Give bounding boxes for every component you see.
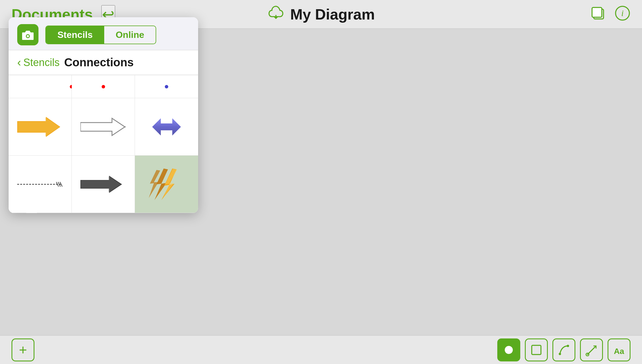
stencil-cell-dark-arrow[interactable] (72, 156, 135, 213)
stencils-online-toggle: Stencils Online (45, 26, 156, 44)
toolbar-left: + (11, 338, 34, 361)
back-chevron-icon: ‹ (17, 56, 21, 69)
svg-marker-18 (80, 118, 125, 135)
stencil-cell-dashed-line[interactable] (9, 156, 72, 213)
popover-top: Stencils Online (9, 17, 198, 50)
header-center: My Diagram (218, 4, 424, 25)
lightning-icon (141, 167, 192, 202)
toolbar-right: Aa (497, 338, 631, 361)
stencils-popover: Stencils Online ‹ Stencils Connections (9, 17, 198, 213)
svg-point-7 (508, 349, 510, 351)
diagram-title: My Diagram (290, 6, 375, 23)
header-right: i (424, 5, 631, 24)
text-tool-button[interactable]: Aa (608, 338, 631, 361)
svg-marker-20 (152, 118, 181, 135)
yellow-arrow-icon (17, 115, 63, 138)
stencil-grid (9, 75, 198, 213)
add-shape-button[interactable]: + (11, 338, 34, 361)
svg-point-10 (567, 345, 569, 347)
online-tab[interactable]: Online (104, 26, 156, 44)
back-button[interactable]: ‹ Stencils (17, 56, 59, 69)
cloud-icon (267, 4, 285, 25)
svg-marker-26 (81, 176, 121, 192)
stencil-cell-yellow-arrow[interactable] (9, 98, 72, 156)
svg-marker-17 (18, 117, 60, 136)
svg-point-9 (559, 353, 561, 355)
stencil-cell-3[interactable] (135, 75, 198, 98)
connector-tool-button[interactable] (580, 338, 603, 361)
svg-text:i: i (621, 8, 624, 18)
stencils-tab[interactable]: Stencils (46, 26, 104, 44)
double-arrow-icon (144, 115, 189, 138)
dashed-line-icon (17, 180, 63, 189)
svg-rect-2 (592, 7, 602, 17)
style-tool-button[interactable] (497, 338, 520, 361)
stencil-cell-outline-arrow[interactable] (72, 98, 135, 156)
stencil-cell-lightning[interactable] (135, 156, 198, 213)
bottom-toolbar: + (0, 335, 642, 364)
connect-tool-button[interactable] (552, 338, 575, 361)
shape-tool-button[interactable] (525, 338, 548, 361)
info-button[interactable]: i (614, 5, 631, 24)
outline-arrow-icon (80, 115, 126, 138)
svg-point-15 (27, 35, 29, 37)
svg-text:Aa: Aa (614, 347, 624, 356)
popover-nav: ‹ Stencils Connections (9, 50, 198, 75)
stencil-cell-2[interactable] (72, 75, 135, 98)
dark-arrow-icon (80, 173, 126, 196)
section-title: Connections (64, 56, 134, 69)
stencil-cell-double-arrow[interactable] (135, 98, 198, 156)
duplicate-button[interactable] (590, 5, 606, 24)
stencil-cell-1[interactable] (9, 75, 72, 98)
svg-rect-8 (532, 345, 541, 355)
back-label: Stencils (23, 57, 59, 69)
camera-icon (22, 28, 34, 41)
camera-icon-wrap (17, 24, 38, 45)
